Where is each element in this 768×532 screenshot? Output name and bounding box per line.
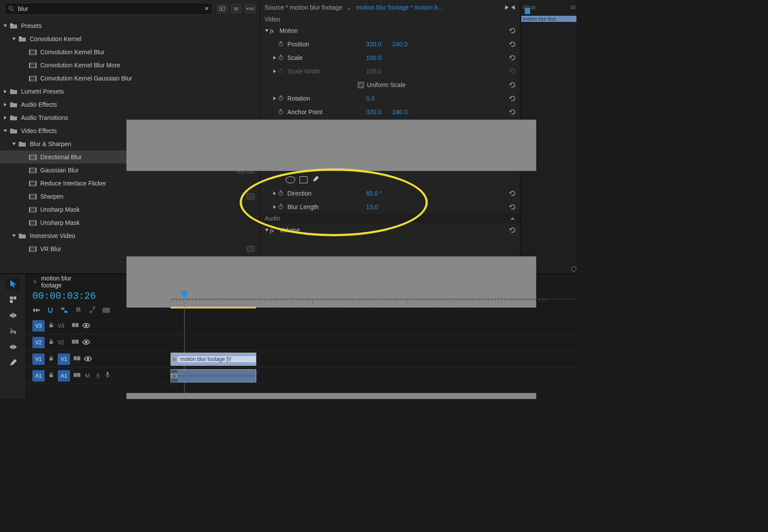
lock-icon[interactable]	[48, 355, 54, 363]
reset-icon[interactable]	[509, 54, 517, 61]
track-select-tool[interactable]	[6, 294, 20, 306]
tree-item-convolution-kernel[interactable]: Convolution Kernel	[0, 32, 260, 46]
twirl-right-icon[interactable]	[3, 89, 8, 94]
twirl-down-icon[interactable]	[11, 141, 17, 147]
track-lane-v2[interactable]	[171, 334, 576, 351]
twirl-right-icon[interactable]	[272, 69, 278, 74]
twirl-right-icon[interactable]	[3, 115, 8, 120]
twirl-right-icon[interactable]	[272, 56, 278, 60]
marker-icon[interactable]	[74, 306, 82, 315]
property-row[interactable]: fxMotion	[260, 24, 520, 37]
twirl-down-icon[interactable]	[11, 36, 17, 42]
svg-rect-109	[13, 313, 14, 318]
sequence-name[interactable]: motion blur footage	[41, 275, 88, 289]
source-patch-v3[interactable]: V3	[32, 320, 45, 332]
sync-lock-icon[interactable]	[72, 339, 79, 346]
search-box[interactable]: ×	[4, 3, 213, 15]
reset-icon[interactable]	[509, 27, 517, 34]
toggle-track-output-icon[interactable]	[82, 339, 90, 346]
work-area-bar[interactable]	[171, 307, 256, 308]
reset-icon[interactable]	[509, 68, 517, 75]
twirl-down-icon[interactable]	[11, 233, 17, 238]
play-only-icon[interactable]	[504, 5, 516, 10]
source-patch-a1[interactable]: A1	[32, 370, 45, 382]
clear-search-icon[interactable]: ×	[205, 5, 209, 13]
track-lane-v3[interactable]	[171, 318, 576, 334]
stopwatch-icon[interactable]	[278, 54, 285, 61]
twirl-right-icon[interactable]	[3, 102, 8, 107]
property-value[interactable]: 100.0	[366, 68, 392, 75]
property-value[interactable]: 320.0	[366, 41, 392, 48]
track-lane-a1[interactable]: fx	[171, 368, 576, 384]
toggle-track-output-icon[interactable]	[84, 356, 92, 363]
property-value[interactable]: 240.0	[392, 41, 419, 48]
tree-item-convolution-kernel-blur[interactable]: Convolution Kernel Blur	[0, 46, 260, 59]
video-clip[interactable]: fx motion blur footage [V	[171, 353, 256, 366]
sequence-clip-label[interactable]: motion blur footage * motion b...	[356, 4, 443, 11]
tree-item-label: Convolution Kernel Blur More	[40, 62, 257, 69]
svg-marker-103	[10, 280, 16, 287]
voiceover-record-icon[interactable]	[105, 371, 110, 380]
sync-lock-icon[interactable]	[73, 355, 80, 363]
mini-playhead[interactable]	[525, 8, 530, 14]
svg-rect-117	[33, 309, 35, 312]
yuv-toggle[interactable]: YUV	[245, 4, 255, 13]
twirl-down-icon[interactable]	[3, 128, 8, 133]
svg-point-135	[87, 358, 89, 360]
fx-badge-icon[interactable]: fx	[270, 28, 278, 34]
property-row[interactable]: Position320.0240.0	[260, 37, 520, 51]
track-header-v3[interactable]: V3 V3	[26, 318, 171, 334]
close-sequence-icon[interactable]: ×	[33, 278, 37, 285]
search-input[interactable]	[14, 5, 205, 12]
source-patch-v1[interactable]: V1	[32, 354, 45, 365]
sync-lock-icon[interactable]	[73, 372, 80, 379]
selection-tool[interactable]	[6, 278, 20, 290]
linked-selection-icon[interactable]	[60, 306, 68, 315]
twirl-down-icon[interactable]	[264, 28, 270, 33]
slip-tool[interactable]	[6, 341, 20, 353]
track-header-v2[interactable]: V2 V2	[26, 334, 171, 351]
source-patch-v2[interactable]: V2	[32, 337, 45, 348]
ripple-edit-tool[interactable]	[6, 309, 20, 322]
captions-icon[interactable]: CC	[102, 306, 110, 315]
zoom-handle-right[interactable]	[571, 266, 576, 272]
svg-marker-113	[15, 346, 17, 348]
lock-icon[interactable]	[48, 322, 54, 329]
stopwatch-icon[interactable]	[278, 68, 285, 75]
audio-clip[interactable]: fx	[171, 369, 256, 382]
accelerated-effects-toggle[interactable]	[217, 4, 227, 13]
solo-button[interactable]: S	[94, 372, 101, 379]
reset-icon[interactable]	[509, 41, 517, 48]
svg-rect-39	[29, 181, 30, 186]
32bit-toggle[interactable]: 32	[231, 4, 241, 13]
property-row[interactable]: Scale Width100.0	[260, 64, 520, 78]
track-lane-v1[interactable]: fx motion blur footage [V	[171, 351, 576, 368]
track-target-v1[interactable]: V1	[58, 354, 70, 365]
timeline-ruler[interactable]: :00:0000:00:14:2900:00:29:2900:00:44:290…	[171, 289, 576, 318]
svg-rect-15	[35, 63, 36, 68]
toggle-track-output-icon[interactable]	[82, 322, 90, 329]
snap-icon[interactable]	[46, 306, 54, 315]
mute-button[interactable]: M	[84, 372, 91, 379]
tree-item-presets[interactable]: Presets	[0, 19, 260, 32]
settings-icon[interactable]	[88, 306, 96, 315]
stopwatch-icon[interactable]	[278, 41, 285, 48]
insert-mode-icon[interactable]	[32, 306, 40, 315]
sync-lock-icon[interactable]	[72, 322, 79, 329]
chevron-down-icon[interactable]: ⌄	[346, 4, 352, 11]
pen-tool[interactable]	[6, 357, 20, 369]
svg-rect-40	[35, 181, 36, 186]
svg-marker-64	[505, 5, 509, 10]
property-value[interactable]: 100.0	[366, 54, 392, 61]
track-header-a1[interactable]: A1 A1 M S	[26, 368, 171, 384]
lock-icon[interactable]	[48, 339, 54, 346]
razor-tool[interactable]	[6, 325, 20, 337]
property-row[interactable]: Scale100.0	[260, 51, 520, 64]
tree-item-convolution-kernel-blur-more[interactable]: Convolution Kernel Blur More	[0, 59, 260, 72]
lock-icon[interactable]	[48, 372, 54, 379]
timeline-timecode[interactable]: 00:00:03:26	[32, 291, 164, 302]
track-header-v1[interactable]: V1 V1	[26, 351, 171, 368]
clip-label: motion blur footage [V	[178, 356, 256, 362]
twirl-down-icon[interactable]	[3, 23, 8, 28]
track-target-a1[interactable]: A1	[58, 370, 70, 382]
